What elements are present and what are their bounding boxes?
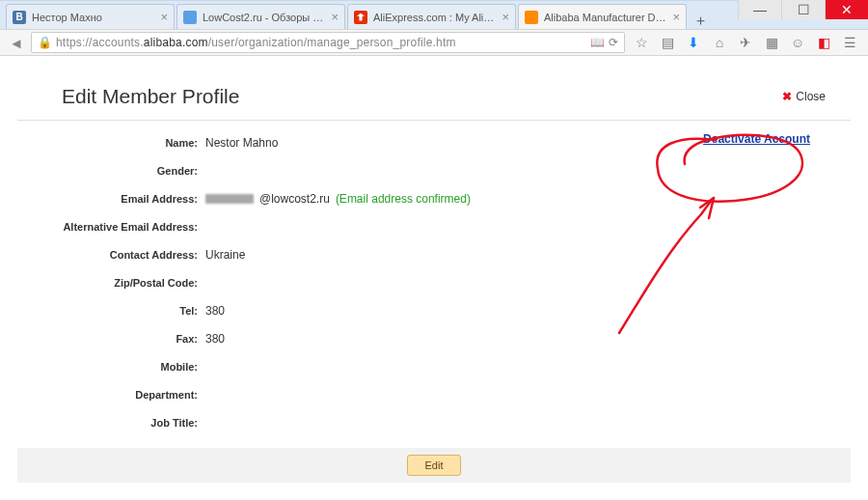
home-icon[interactable]: ⌂ [707, 32, 732, 53]
window-minimize-button[interactable]: — [738, 0, 781, 19]
field-tel: Tel: 380 [17, 296, 851, 324]
send-icon[interactable]: ✈ [733, 32, 758, 53]
tab-close-icon[interactable]: × [160, 10, 168, 24]
field-value: 380 [205, 332, 225, 346]
reader-mode-icon[interactable]: 📖 [590, 36, 605, 49]
back-button[interactable]: ◄ [6, 32, 27, 53]
tab-close-icon[interactable]: × [502, 10, 509, 24]
deactivate-account-link[interactable]: Deactivate Account [703, 132, 810, 146]
browser-toolbar: ◄ 🔒 https://accounts.alibaba.com/user/or… [0, 29, 868, 56]
field-gender: Gender: [17, 156, 851, 184]
field-label: Mobile: [17, 361, 205, 373]
new-tab-button[interactable]: ＋ [689, 12, 712, 29]
lowcost-icon [183, 11, 197, 24]
tab-label: LowCost2.ru - Обзоры тов… [203, 12, 325, 23]
field-label: Name: [17, 137, 205, 149]
vk-icon: B [13, 11, 26, 24]
page-title: Edit Member Profile [62, 85, 239, 108]
lock-icon: 🔒 [38, 36, 52, 49]
field-email: Email Address: @lowcost2.ru (Email addre… [17, 184, 851, 212]
window-close-button[interactable]: ✕ [825, 0, 868, 19]
page-header: Edit Member Profile ✖ Close [17, 85, 851, 120]
field-value: Ukraine [205, 248, 245, 262]
cashback-icon[interactable]: ◧ [811, 32, 836, 53]
bookmark-star-icon[interactable]: ☆ [629, 32, 654, 53]
address-bar[interactable]: 🔒 https://accounts.alibaba.com/user/orga… [31, 32, 625, 53]
field-value: 380 [205, 304, 225, 318]
tab-close-icon[interactable]: × [672, 10, 680, 24]
downloads-icon[interactable]: ⬇ [681, 32, 706, 53]
field-label: Department: [17, 389, 205, 401]
tab-label: Нестор Махно [32, 12, 154, 23]
browser-tab-active[interactable]: Alibaba Manufacturer Dire… × [518, 4, 687, 29]
profile-area: Deactivate Account Name: Nestor Mahno Ge… [17, 128, 851, 483]
browser-tab[interactable]: LowCost2.ru - Обзоры тов… × [176, 4, 345, 29]
tab-close-icon[interactable]: × [331, 10, 339, 24]
field-label: Contact Address: [17, 249, 205, 261]
divider [17, 120, 851, 121]
aliexpress-icon [354, 11, 367, 24]
browser-tab[interactable]: B Нестор Махно × [6, 4, 175, 29]
field-value: Nestor Mahno [205, 136, 278, 150]
url-text: https://accounts.alibaba.com/user/organi… [56, 36, 586, 49]
field-job-title: Job Title: [17, 408, 851, 436]
reload-icon[interactable]: ⟳ [609, 36, 618, 49]
edit-button[interactable]: Edit [407, 455, 462, 476]
email-confirmed-text: (Email address confirmed) [336, 192, 471, 206]
field-mobile: Mobile: [17, 352, 851, 380]
page-content: Edit Member Profile ✖ Close Deactivate A… [0, 56, 868, 483]
field-zip: Zip/Postal Code: [17, 268, 851, 296]
redacted-text [205, 194, 254, 204]
toolbar-icons: ☆ ▤ ⬇ ⌂ ✈ ▦ ☺ ◧ ☰ [629, 32, 862, 53]
close-link[interactable]: ✖ Close [782, 90, 826, 103]
window-controls: — ☐ ✕ [738, 0, 868, 19]
field-department: Department: [17, 380, 851, 408]
field-label: Alternative Email Address: [17, 221, 205, 233]
field-label: Zip/Postal Code: [17, 277, 205, 289]
field-label: Gender: [17, 165, 205, 177]
browser-tab[interactable]: AliExpress.com : My AliExp… × [347, 4, 516, 29]
alibaba-icon [525, 11, 538, 24]
tab-label: Alibaba Manufacturer Dire… [544, 12, 666, 23]
field-label: Fax: [17, 333, 205, 345]
tab-label: AliExpress.com : My AliExp… [373, 12, 496, 23]
bookmarks-icon[interactable]: ▤ [655, 32, 680, 53]
close-icon: ✖ [782, 90, 792, 103]
edit-bar: Edit [17, 448, 851, 483]
field-label: Job Title: [17, 417, 205, 429]
menu-icon[interactable]: ☰ [837, 32, 862, 53]
field-label: Tel: [17, 305, 205, 317]
extension-icon[interactable]: ▦ [759, 32, 784, 53]
close-label: Close [796, 90, 826, 103]
window-maximize-button[interactable]: ☐ [781, 0, 825, 19]
field-value: @lowcost2.ru (Email address confirmed) [205, 192, 471, 206]
smiley-icon[interactable]: ☺ [785, 32, 810, 53]
field-label: Email Address: [17, 193, 205, 205]
field-alt-email: Alternative Email Address: [17, 212, 851, 240]
field-contact-address: Contact Address: Ukraine [17, 240, 851, 268]
field-fax: Fax: 380 [17, 324, 851, 352]
